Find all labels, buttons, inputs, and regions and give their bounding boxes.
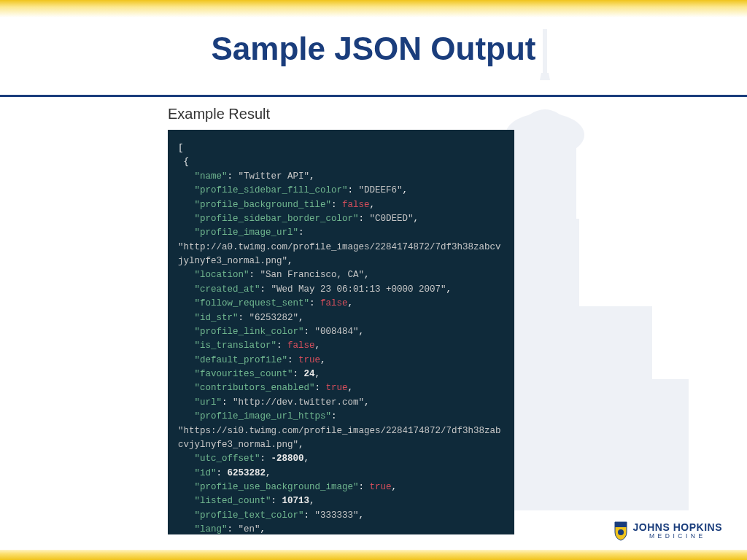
- svg-rect-11: [645, 394, 656, 423]
- logo-sub-text: MEDICINE: [633, 533, 722, 540]
- json-code-block: [ { "name": "Twitter API", "profile_side…: [168, 130, 514, 534]
- example-heading: Example Result: [168, 106, 518, 122]
- svg-rect-3: [511, 219, 579, 350]
- bottom-gradient-bar: [0, 550, 747, 560]
- svg-rect-9: [594, 328, 608, 372]
- svg-point-12: [618, 529, 624, 535]
- content-area: Example Result [ { "name": "Twitter API"…: [0, 97, 518, 534]
- top-gradient-bar: [0, 0, 747, 18]
- slide-title: Sample JSON Output: [0, 18, 747, 74]
- footer-logo: JOHNS HOPKINS MEDICINE: [613, 521, 722, 541]
- shield-icon: [613, 521, 629, 541]
- logo-main-text: JOHNS HOPKINS: [633, 522, 722, 532]
- svg-rect-8: [565, 328, 579, 372]
